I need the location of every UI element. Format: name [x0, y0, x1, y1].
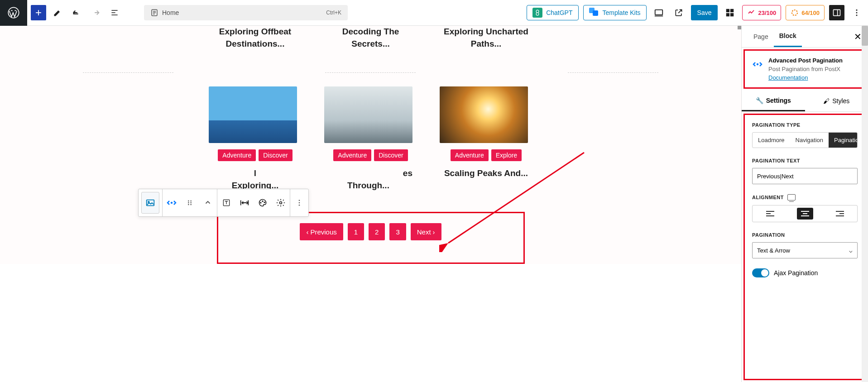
document-bar[interactable]: Home Ctrl+K [144, 5, 348, 20]
move-up-icon[interactable] [199, 192, 217, 214]
pagination-type-group: Loadmore Navigation Pagination [752, 132, 858, 148]
svg-point-30 [757, 64, 758, 65]
seo-score-red[interactable]: 23/100 [742, 5, 781, 20]
settings-panel-highlight: PAGINATION TYPE Loadmore Navigation Pagi… [743, 114, 866, 380]
post-tag[interactable]: Discover [374, 149, 408, 161]
chatgpt-icon [532, 8, 542, 18]
separator [83, 72, 173, 73]
drag-handle-icon[interactable] [181, 192, 199, 214]
pagination[interactable]: ‹Previous 1 2 3 Next› [300, 223, 441, 240]
pagination-block-icon [752, 57, 763, 81]
svg-rect-8 [834, 10, 840, 15]
documentation-link[interactable]: Documentation [768, 74, 808, 81]
post-tag[interactable]: Adventure [451, 149, 489, 161]
svg-point-10 [856, 12, 858, 14]
label-pagination-type: PAGINATION TYPE [752, 122, 858, 128]
post-tag[interactable]: Discover [259, 149, 292, 161]
close-icon[interactable]: ✕ [854, 31, 862, 42]
pagination-text-input[interactable] [752, 168, 858, 184]
svg-rect-5 [726, 13, 729, 16]
typography-icon[interactable] [217, 192, 235, 214]
svg-rect-2 [655, 10, 662, 15]
chatgpt-button[interactable]: ChatGPT [527, 5, 578, 20]
width-icon[interactable] [235, 192, 254, 214]
more-icon[interactable] [290, 192, 308, 214]
template-kits-icon [589, 8, 599, 18]
svg-rect-6 [730, 13, 734, 16]
keyboard-shortcut: Ctrl+K [326, 10, 341, 16]
svg-point-18 [190, 202, 192, 204]
editor-canvas[interactable]: Exploring Offbeat Destinations... Decodi… [0, 26, 741, 382]
settings-sidebar: Page Block ✕ Advanced Post Pagination Po… [741, 26, 868, 382]
svg-point-14 [171, 202, 172, 203]
option-pagination[interactable]: Pagination [829, 133, 858, 148]
post-title: Decoding The Secrets... [324, 26, 417, 50]
pagination-prev[interactable]: ‹Previous [300, 223, 343, 240]
canvas-scrollbar[interactable] [738, 26, 741, 382]
settings-gear-icon[interactable] [272, 192, 290, 214]
separator [568, 72, 658, 73]
pagination-block-icon[interactable] [163, 192, 181, 214]
subtab-settings[interactable]: 🔧Settings [742, 91, 805, 111]
chevron-down-icon: ⌵ [849, 247, 853, 254]
brush-icon: 🖌 [823, 97, 830, 105]
pagination-next[interactable]: Next› [411, 223, 441, 240]
svg-point-27 [299, 202, 300, 204]
align-center[interactable] [787, 205, 822, 222]
label-pagination-text: PAGINATION TEXT [752, 158, 858, 163]
svg-point-17 [188, 202, 189, 204]
svg-point-9 [856, 10, 858, 11]
pagination-page[interactable]: 2 [369, 223, 385, 240]
desktop-preview-icon[interactable] [651, 5, 667, 20]
window-scrollbar[interactable] [862, 26, 868, 382]
tab-block[interactable]: Block [774, 26, 802, 47]
svg-point-15 [188, 201, 189, 202]
svg-point-23 [262, 201, 263, 202]
svg-rect-3 [726, 9, 729, 12]
label-alignment: ALIGNMENT [752, 194, 858, 201]
block-description: Post Pagination from PostX [768, 66, 843, 72]
tab-page[interactable]: Page [748, 26, 774, 47]
pagination-style-select[interactable]: Text & Arrow ⌵ [752, 242, 858, 258]
wordpress-logo[interactable] [0, 0, 27, 26]
color-icon[interactable] [254, 192, 272, 214]
svg-point-20 [190, 204, 192, 205]
svg-point-16 [190, 201, 192, 202]
label-pagination: PAGINATION [752, 232, 858, 238]
wrench-icon: 🔧 [756, 97, 763, 104]
device-icon[interactable] [787, 194, 796, 201]
pagination-page[interactable]: 3 [389, 223, 406, 240]
post-image [209, 86, 297, 143]
parent-block-icon[interactable] [141, 192, 159, 214]
more-options-button[interactable] [849, 5, 864, 20]
chevron-right-icon: › [433, 228, 435, 236]
document-overview-button[interactable] [107, 5, 122, 20]
pagination-page[interactable]: 1 [348, 223, 364, 240]
template-kits-button[interactable]: Template Kits [583, 5, 647, 20]
svg-point-11 [856, 14, 858, 16]
align-left[interactable] [753, 205, 787, 222]
block-title: Advanced Post Pagination [768, 57, 843, 64]
option-navigation[interactable]: Navigation [790, 133, 829, 148]
block-toolbar [138, 189, 309, 217]
option-loadmore[interactable]: Loadmore [753, 133, 790, 148]
redo-button[interactable] [88, 5, 103, 20]
post-title: Exploring Offbeat Destinations... [209, 26, 302, 50]
sidebar-toggle-button[interactable] [829, 5, 844, 20]
seo-score-orange[interactable]: 64/100 [786, 5, 825, 20]
ajax-pagination-toggle[interactable] [752, 268, 769, 277]
svg-rect-12 [147, 200, 154, 206]
add-block-button[interactable]: + [31, 5, 46, 20]
svg-point-28 [299, 205, 300, 206]
undo-button[interactable] [69, 5, 84, 20]
align-right[interactable] [822, 205, 857, 222]
post-tag[interactable]: Adventure [218, 149, 256, 161]
post-tag[interactable]: Adventure [333, 149, 371, 161]
save-button[interactable]: Save [691, 5, 718, 20]
subtab-styles[interactable]: 🖌Styles [805, 91, 868, 111]
blocks-icon[interactable] [722, 5, 738, 20]
edit-icon[interactable] [50, 5, 65, 20]
external-preview-icon[interactable] [671, 5, 686, 20]
document-title: Home [162, 9, 179, 16]
post-tag[interactable]: Explore [491, 149, 522, 161]
